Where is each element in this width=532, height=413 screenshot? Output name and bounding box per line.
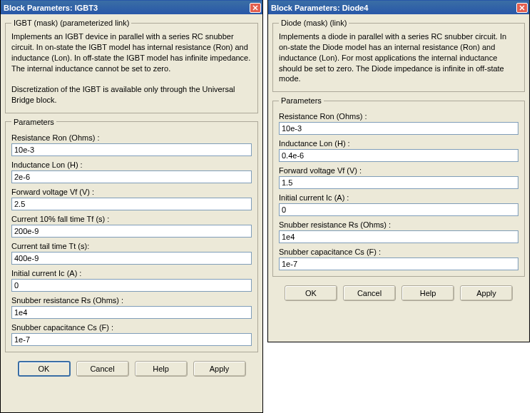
lon-label: Inductance Lon (H) : bbox=[279, 139, 518, 148]
ron-input[interactable] bbox=[279, 122, 518, 135]
mask-legend: IGBT (mask) (parameterized link) bbox=[11, 19, 131, 27]
close-icon[interactable] bbox=[516, 3, 528, 13]
ron-input[interactable] bbox=[11, 143, 252, 156]
diode-dialog: Block Parameters: Diode4 Diode (mask) (l… bbox=[267, 0, 530, 342]
mask-legend: Diode (mask) (link) bbox=[279, 19, 349, 27]
dialog-title: Block Parameters: IGBT3 bbox=[4, 4, 98, 12]
apply-button[interactable]: Apply bbox=[193, 361, 246, 377]
parameters-legend: Parameters bbox=[279, 96, 324, 105]
lon-label: Inductance Lon (H) : bbox=[11, 160, 252, 169]
vf-label: Forward voltage Vf (V) : bbox=[279, 166, 518, 175]
cs-label: Snubber capacitance Cs (F) : bbox=[11, 323, 252, 332]
ok-button[interactable]: OK bbox=[285, 285, 337, 301]
cancel-button[interactable]: Cancel bbox=[76, 361, 129, 377]
parameters-legend: Parameters bbox=[11, 118, 56, 126]
mask-fieldset: Diode (mask) (link) Implements a diode i… bbox=[272, 19, 525, 92]
cs-input[interactable] bbox=[11, 333, 252, 346]
dialog-content: IGBT (mask) (parameterized link) Impleme… bbox=[1, 14, 262, 384]
cancel-button[interactable]: Cancel bbox=[343, 285, 396, 301]
ok-button[interactable]: OK bbox=[18, 361, 71, 377]
igbt-dialog: Block Parameters: IGBT3 IGBT (mask) (par… bbox=[0, 0, 263, 413]
dialog-title: Block Parameters: Diode4 bbox=[271, 4, 368, 12]
dialog-content: Diode (mask) (link) Implements a diode i… bbox=[268, 14, 529, 308]
titlebar[interactable]: Block Parameters: IGBT3 bbox=[1, 0, 262, 14]
parameters-fieldset: Parameters Resistance Ron (Ohms) : Induc… bbox=[272, 96, 525, 277]
ic-input[interactable] bbox=[279, 203, 518, 216]
tt-input[interactable] bbox=[11, 252, 252, 265]
parameters-fieldset: Parameters Resistance Ron (Ohms) : Induc… bbox=[5, 118, 258, 352]
cs-label: Snubber capacitance Cs (F) : bbox=[279, 248, 518, 256]
titlebar[interactable]: Block Parameters: Diode4 bbox=[268, 0, 529, 14]
vf-input[interactable] bbox=[279, 176, 518, 189]
ic-label: Initial current Ic (A) : bbox=[11, 269, 252, 277]
rs-label: Snubber resistance Rs (Ohms) : bbox=[279, 220, 518, 229]
mask-description: Implements a diode in parallel with a se… bbox=[279, 30, 518, 86]
button-row: OK Cancel Help Apply bbox=[272, 281, 525, 304]
rs-label: Snubber resistance Rs (Ohms) : bbox=[11, 296, 252, 305]
rs-input[interactable] bbox=[11, 306, 252, 319]
lon-input[interactable] bbox=[11, 170, 252, 183]
apply-button[interactable]: Apply bbox=[460, 285, 513, 301]
help-button[interactable]: Help bbox=[401, 285, 454, 301]
ic-label: Initial current Ic (A) : bbox=[279, 193, 518, 202]
help-button[interactable]: Help bbox=[135, 361, 188, 377]
vf-label: Forward voltage Vf (V) : bbox=[11, 188, 252, 196]
ron-label: Resistance Ron (Ohms) : bbox=[279, 112, 518, 121]
vf-input[interactable] bbox=[11, 198, 252, 210]
ic-input[interactable] bbox=[11, 279, 252, 292]
rs-input[interactable] bbox=[279, 230, 518, 243]
ron-label: Resistance Ron (Ohms) : bbox=[11, 133, 252, 142]
close-icon[interactable] bbox=[250, 3, 261, 13]
cs-input[interactable] bbox=[279, 258, 518, 270]
mask-fieldset: IGBT (mask) (parameterized link) Impleme… bbox=[5, 19, 258, 113]
tf-label: Current 10% fall time Tf (s) : bbox=[11, 215, 252, 223]
mask-description: Implements an IGBT device in parallel wi… bbox=[11, 30, 252, 107]
tf-input[interactable] bbox=[11, 225, 252, 238]
lon-input[interactable] bbox=[279, 149, 518, 162]
button-row: OK Cancel Help Apply bbox=[5, 357, 258, 379]
tt-label: Current tail time Tt (s): bbox=[11, 242, 252, 250]
